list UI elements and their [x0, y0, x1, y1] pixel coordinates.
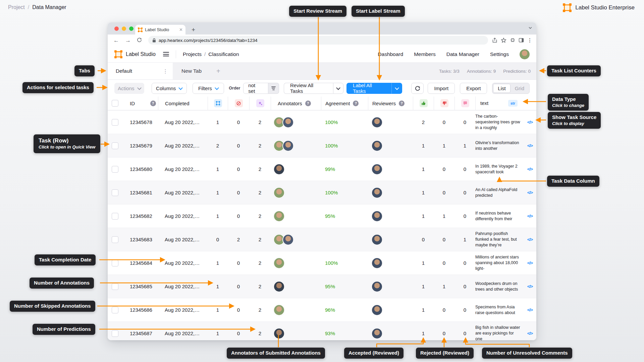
table-row[interactable]: 12345679Aug 20 2022,…202100%111Olivine’s… [108, 134, 536, 157]
show-source-button[interactable]: </> [524, 158, 536, 181]
table-row[interactable]: 12345686Aug 20 2022,…10296%100Specimens … [108, 298, 536, 321]
show-source-button[interactable]: </> [524, 251, 536, 275]
data-type-badge[interactable]: str [508, 100, 518, 107]
row-checkbox[interactable] [108, 228, 122, 251]
table-row[interactable]: 12345684Aug 20 2022,…102100%100Millions … [108, 251, 536, 275]
table-row[interactable]: 12345682Aug 20 2022,…10295%110If neutrin… [108, 204, 536, 228]
order-value[interactable]: not set [243, 83, 268, 94]
row-checkbox[interactable] [108, 298, 122, 321]
review-dropdown-icon[interactable] [333, 83, 344, 94]
row-checkbox[interactable] [108, 181, 122, 204]
tab-default[interactable]: Default ⋮ [108, 63, 173, 79]
reload-icon[interactable] [135, 37, 144, 43]
row-checkbox[interactable] [108, 251, 122, 275]
share-icon[interactable] [492, 38, 497, 43]
column-comments-icon[interactable] [454, 97, 475, 110]
extensions-icon[interactable] [510, 38, 515, 43]
row-checkbox[interactable] [108, 275, 122, 298]
tab-new-tab[interactable]: New Tab [173, 63, 210, 79]
show-source-button[interactable]: </> [524, 275, 536, 298]
show-source-button[interactable]: </> [524, 134, 536, 157]
breadcrumb: Project / Data Manager [8, 4, 66, 10]
table-row[interactable]: 12345687Aug 20 2022,…10293%100Big fish i… [108, 321, 536, 340]
show-source-button[interactable]: </> [524, 111, 536, 134]
browser-tab[interactable]: Label Studio ✕ [135, 25, 185, 35]
show-source-button[interactable]: </> [524, 298, 536, 321]
actions-dropdown[interactable]: Actions [114, 83, 144, 94]
column-annotators[interactable]: Annotators ? [271, 97, 321, 110]
zoom-window-button[interactable] [129, 26, 133, 31]
grid-view-button[interactable]: Grid [511, 84, 529, 93]
column-predictions-icon[interactable] [249, 97, 271, 110]
avatar [282, 234, 294, 245]
tab-strip-chevron-icon[interactable] [528, 25, 532, 31]
row-checkbox[interactable] [108, 111, 122, 134]
label-all-tasks-button[interactable]: Label All Tasks [346, 83, 402, 94]
column-rejected-icon[interactable] [434, 97, 454, 110]
agreement-help-icon[interactable]: ? [353, 101, 359, 106]
review-all-tasks-button[interactable]: Review All Tasks [284, 83, 343, 94]
show-source-button[interactable]: </> [524, 322, 536, 340]
callout-show-task-source: Show Task SourceClick to display [548, 112, 601, 129]
accepted-count: 1 [413, 298, 434, 321]
back-icon[interactable]: ← [111, 38, 121, 43]
row-checkbox[interactable] [108, 322, 122, 340]
new-tab-button[interactable]: + [190, 26, 197, 33]
nav-settings[interactable]: Settings [490, 51, 509, 57]
add-tab-button[interactable]: + [210, 63, 226, 79]
user-avatar[interactable] [520, 49, 530, 59]
columns-dropdown[interactable]: Columns [152, 83, 187, 94]
export-button[interactable]: Export [460, 83, 487, 94]
column-agreement[interactable]: Agreement ? [321, 97, 368, 110]
code-icon: </> [527, 143, 533, 148]
table-row[interactable]: 12345681Aug 20 2022,…102100%100An AI cal… [108, 181, 536, 204]
show-source-button[interactable]: </> [524, 181, 536, 204]
row-checkbox[interactable] [108, 204, 122, 228]
tab-close-icon[interactable]: ✕ [179, 27, 183, 32]
list-view-button[interactable]: List [493, 84, 510, 93]
browser-menu-icon[interactable]: ⋮ [527, 37, 532, 43]
filters-dropdown[interactable]: Filters [193, 83, 224, 94]
order-control[interactable]: not set [243, 83, 279, 94]
reviewers-help-icon[interactable]: ? [399, 101, 405, 106]
agreement-value: 100% [321, 251, 368, 275]
hamburger-menu-icon[interactable] [163, 52, 169, 56]
column-completed[interactable]: Completed [158, 97, 208, 110]
column-annotations-icon[interactable] [208, 97, 228, 110]
select-all-checkbox[interactable] [108, 97, 122, 110]
annotations-count: 1 [208, 275, 228, 298]
table-row[interactable]: 12345683Aug 20 2022,…022001Pahrump poolf… [108, 228, 536, 251]
refresh-button[interactable] [411, 83, 424, 94]
side-panel-icon[interactable] [519, 38, 524, 43]
label-dropdown-icon[interactable] [391, 83, 402, 94]
address-bar[interactable]: app.heartex.com/projects/123456/data?tab… [148, 36, 488, 45]
app-brand[interactable]: Label Studio [114, 50, 156, 58]
show-source-button[interactable]: </> [524, 204, 536, 228]
minimize-window-button[interactable] [122, 26, 126, 31]
sort-icon[interactable] [268, 83, 279, 94]
column-reviewers[interactable]: Reviewers ? [368, 97, 413, 110]
forward-icon[interactable]: → [123, 38, 133, 43]
row-checkbox[interactable] [108, 134, 122, 157]
nav-dashboard[interactable]: Dashboard [378, 51, 403, 57]
nav-members[interactable]: Members [414, 51, 436, 57]
show-source-button[interactable]: </> [524, 228, 536, 251]
table-row[interactable]: 12345685Aug 20 2022,…10295%110Woodpecker… [108, 275, 536, 298]
table-row[interactable]: 12345680Aug 20 2022,…10299%100In 1989, t… [108, 157, 536, 181]
breadcrumb-project[interactable]: Project [8, 4, 25, 10]
nav-data-manager[interactable]: Data Manager [446, 51, 479, 57]
bookmark-star-icon[interactable] [501, 38, 506, 43]
crumb-projects[interactable]: Projects [183, 51, 202, 57]
column-skipped-icon[interactable] [228, 97, 249, 110]
column-text[interactable]: text str [475, 97, 524, 110]
import-button[interactable]: Import [428, 83, 455, 94]
skipped-cancel-icon [235, 99, 243, 107]
table-row[interactable]: 12345678Aug 20 2022,…102100%200The carbo… [108, 110, 536, 134]
row-checkbox[interactable] [108, 158, 122, 181]
id-help-icon[interactable]: ? [148, 97, 158, 110]
tab-kebab-icon[interactable]: ⋮ [163, 68, 168, 74]
annotators-help-icon[interactable]: ? [305, 101, 311, 106]
close-window-button[interactable] [114, 26, 119, 31]
column-id[interactable]: ID [122, 97, 148, 110]
column-accepted-icon[interactable] [413, 97, 434, 110]
